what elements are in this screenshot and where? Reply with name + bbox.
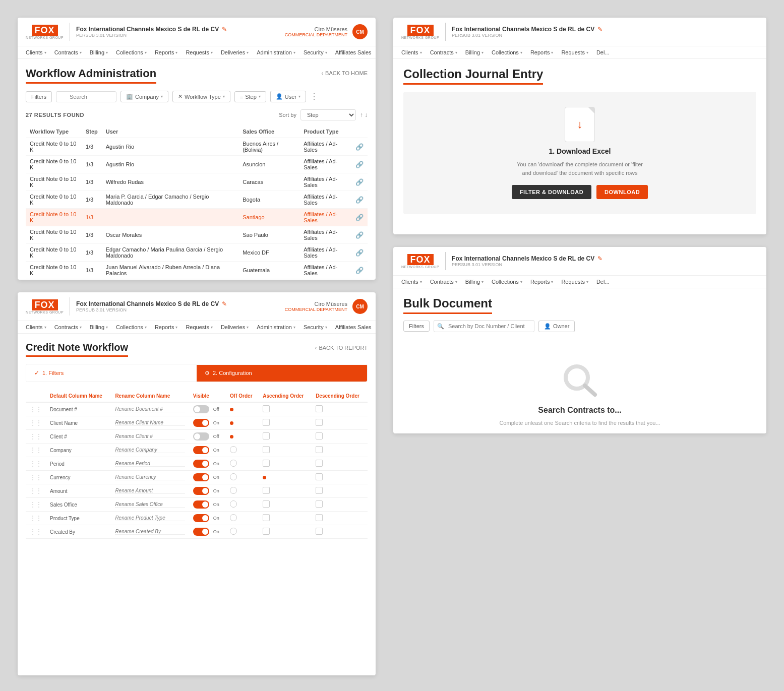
filter-step[interactable]: ≡ Step ▾ (234, 91, 266, 102)
bulk-nav-requests[interactable]: Requests ▾ (561, 279, 588, 285)
credit-nav-collections[interactable]: Collections ▾ (116, 324, 147, 330)
nav-billing[interactable]: Billing ▾ (90, 49, 108, 55)
visible-toggle[interactable] (193, 405, 209, 413)
desc-empty[interactable] (316, 432, 323, 439)
bulk-nav-del[interactable]: Del... (596, 279, 610, 285)
nav-security[interactable]: Security ▾ (304, 49, 327, 55)
asc-empty[interactable] (263, 460, 270, 467)
rename-input[interactable] (115, 420, 185, 426)
desc-empty[interactable] (316, 446, 323, 453)
rename-input[interactable] (115, 501, 185, 508)
bulk-nav-contracts[interactable]: Contracts ▾ (430, 279, 457, 285)
drag-handle[interactable]: ⋮⋮ (30, 419, 42, 426)
filter-company[interactable]: 🏢 Company ▾ (120, 91, 168, 102)
desc-empty[interactable] (316, 487, 323, 494)
asc-empty[interactable] (263, 432, 270, 439)
cell-link[interactable]: 🔗 (351, 156, 368, 173)
rename-input[interactable] (115, 433, 185, 439)
credit-nav-contracts[interactable]: Contracts ▾ (54, 324, 82, 330)
row-link-icon[interactable]: 🔗 (355, 196, 364, 204)
filter-more-icon[interactable]: ⋮ (310, 92, 318, 101)
asc-empty[interactable] (263, 500, 270, 508)
visible-toggle[interactable] (193, 432, 209, 441)
cell-link[interactable]: 🔗 (351, 209, 368, 226)
row-link-icon[interactable]: 🔗 (355, 143, 364, 151)
download-button[interactable]: DOWNLOAD (596, 185, 648, 199)
drag-handle[interactable]: ⋮⋮ (30, 528, 42, 535)
rename-input[interactable] (115, 447, 185, 453)
bulk-search-input[interactable] (434, 320, 534, 332)
bulk-filters-button[interactable]: Filters (403, 321, 430, 332)
drag-handle[interactable]: ⋮⋮ (30, 474, 42, 481)
credit-nav-deliveries[interactable]: Deliveries ▾ (221, 324, 249, 330)
desc-empty[interactable] (316, 419, 323, 426)
visible-toggle[interactable] (193, 473, 209, 481)
rename-input[interactable] (115, 529, 185, 535)
row-link-icon[interactable]: 🔗 (355, 214, 364, 221)
filter-workflow-type[interactable]: ✕ Workflow Type ▾ (172, 91, 230, 102)
coll-nav-clients[interactable]: Clients ▾ (401, 49, 422, 55)
edit-company-icon[interactable]: ✎ (222, 26, 227, 33)
coll-nav-reports[interactable]: Reports ▾ (530, 49, 554, 55)
desc-empty[interactable] (316, 528, 323, 535)
nav-administration[interactable]: Administration ▾ (257, 49, 295, 55)
credit-nav-admin[interactable]: Administration ▾ (257, 324, 295, 330)
credit-nav-affiliates[interactable]: Affiliates Sales (335, 324, 372, 330)
drag-handle[interactable]: ⋮⋮ (30, 501, 42, 508)
rename-input[interactable] (115, 515, 185, 521)
filters-button[interactable]: Filters (26, 91, 52, 102)
cell-link[interactable]: 🔗 (351, 191, 368, 209)
credit-nav-billing[interactable]: Billing ▾ (90, 324, 108, 330)
visible-toggle[interactable] (193, 446, 209, 454)
visible-toggle[interactable] (193, 487, 209, 495)
visible-toggle[interactable] (193, 514, 209, 522)
coll-nav-contracts[interactable]: Contracts ▾ (430, 49, 457, 55)
cell-link[interactable]: 🔗 (351, 244, 368, 262)
drag-handle[interactable]: ⋮⋮ (30, 406, 42, 413)
bulk-owner-filter[interactable]: 👤 Owner (538, 321, 575, 332)
cell-link[interactable]: 🔗 (351, 262, 368, 279)
nav-collections[interactable]: Collections ▾ (116, 49, 147, 55)
desc-empty[interactable] (316, 473, 323, 480)
sort-asc-icon[interactable]: ↑ (360, 111, 363, 118)
asc-empty[interactable] (263, 419, 270, 426)
coll-nav-collections[interactable]: Collections ▾ (492, 49, 522, 55)
back-link[interactable]: ‹ BACK TO HOME (321, 70, 368, 76)
visible-toggle[interactable] (193, 500, 209, 509)
drag-handle[interactable]: ⋮⋮ (30, 433, 42, 440)
coll-nav-billing[interactable]: Billing ▾ (465, 49, 484, 55)
desc-empty[interactable] (316, 460, 323, 467)
credit-back-link[interactable]: ‹ BACK TO REPORT (315, 345, 368, 351)
row-link-icon[interactable]: 🔗 (355, 178, 364, 186)
step-1[interactable]: ✓ 1. Filters (26, 364, 197, 382)
bulk-nav-collections[interactable]: Collections ▾ (492, 279, 522, 285)
cell-link[interactable]: 🔗 (351, 173, 368, 191)
bulk-nav-reports[interactable]: Reports ▾ (530, 279, 554, 285)
bulk-nav-clients[interactable]: Clients ▾ (401, 279, 422, 285)
drag-handle[interactable]: ⋮⋮ (30, 515, 42, 522)
visible-toggle[interactable] (193, 419, 209, 427)
credit-nav-requests[interactable]: Requests ▾ (186, 324, 212, 330)
cell-link[interactable]: 🔗 (351, 226, 368, 244)
visible-toggle[interactable] (193, 528, 209, 536)
sort-desc-icon[interactable]: ↓ (365, 111, 368, 118)
collection-edit-icon[interactable]: ✎ (597, 26, 602, 33)
bulk-nav-billing[interactable]: Billing ▾ (465, 279, 484, 285)
bulk-edit-icon[interactable]: ✎ (597, 255, 602, 262)
nav-contracts[interactable]: Contracts ▾ (54, 49, 82, 55)
row-link-icon[interactable]: 🔗 (355, 161, 364, 168)
desc-empty[interactable] (316, 405, 323, 412)
row-link-icon[interactable]: 🔗 (355, 249, 364, 257)
drag-handle[interactable]: ⋮⋮ (30, 460, 42, 467)
filter-user[interactable]: 👤 User ▾ (270, 91, 306, 102)
nav-deliveries[interactable]: Deliveries ▾ (221, 49, 249, 55)
asc-empty[interactable] (263, 487, 270, 494)
sort-select[interactable]: Step Workflow Type User (300, 109, 356, 120)
asc-empty[interactable] (263, 446, 270, 453)
asc-empty[interactable] (263, 405, 270, 412)
credit-nav-clients[interactable]: Clients ▾ (26, 324, 46, 330)
filter-download-button[interactable]: FILTER & DOWNLOAD (512, 185, 591, 199)
step-2[interactable]: ⚙ 2. Configuration (197, 365, 367, 382)
row-link-icon[interactable]: 🔗 (355, 267, 364, 274)
credit-edit-icon[interactable]: ✎ (222, 300, 227, 307)
